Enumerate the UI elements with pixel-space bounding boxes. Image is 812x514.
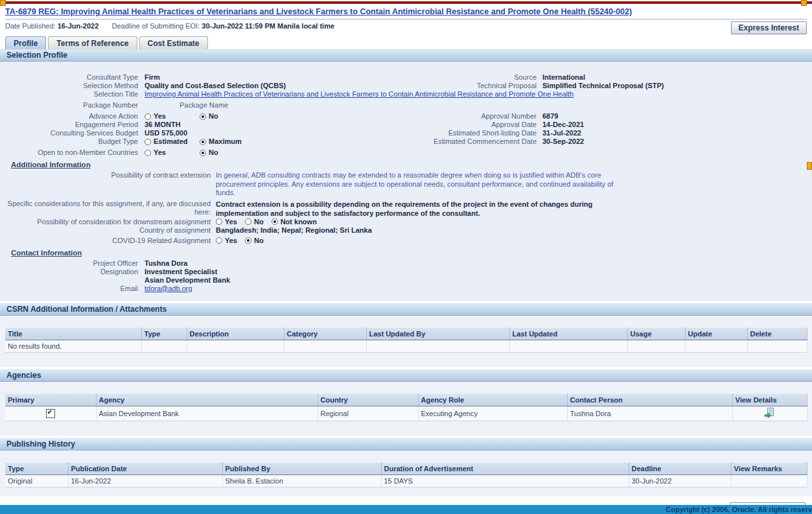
ph-duration-cell: 15 DAYS	[381, 474, 629, 487]
advance-action-radio-yes[interactable]: Yes	[145, 112, 200, 121]
field-approval-date: Approval Date 14-Dec-2021	[362, 121, 809, 129]
csrn-col-usage: Usage	[627, 327, 685, 340]
field-estimated-commencement-date: Estimated Commencement Date 30-Sep-2022	[362, 137, 809, 146]
tab-profile[interactable]: Profile	[5, 36, 46, 49]
field-source: Source International	[362, 73, 809, 82]
publishing-history-table: Type Publication Date Published By Durat…	[5, 462, 807, 487]
edge-marker-icon	[807, 162, 812, 170]
field-covid-related: COVID-19 Related Assignment Yes No	[0, 237, 812, 245]
covid-radio-yes[interactable]: Yes	[216, 237, 237, 245]
country-cell: Regional	[318, 406, 418, 421]
agencies-col-agency: Agency	[96, 393, 318, 406]
primary-checkbox[interactable]	[46, 409, 55, 418]
selection-profile-content: Consultant Type Firm Selection Method Qu…	[0, 62, 812, 301]
section-header-agencies: Agencies	[0, 369, 812, 382]
section-header-csrn-attachments: CSRN Additional Information / Attachment…	[0, 303, 812, 316]
field-contract-extension: Possibility of contract extension In gen…	[0, 171, 812, 198]
package-name-label: Package Name	[180, 101, 228, 110]
tab-bar: Profile Terms of Reference Cost Estimate	[5, 36, 812, 49]
agency-role-cell: Executing Agency	[418, 406, 567, 421]
selection-profile-right-column: Source International Technical Proposal …	[362, 73, 809, 146]
copyright-text: Copyright (c) 2006, Oracle. All rights r…	[666, 506, 812, 513]
csrn-col-last-updated-by: Last Updated By	[366, 327, 509, 340]
email-link[interactable]: tdora@adb.org	[145, 285, 192, 292]
radio-selected-icon	[200, 150, 206, 156]
csrn-table: Title Type Description Category Last Upd…	[5, 327, 807, 353]
agencies-table: Primary Agency Country Agency Role Conta…	[5, 393, 807, 421]
section-header-publishing-history: Publishing History	[0, 438, 812, 450]
date-row: Date Published: 16-Jun-2022 Deadline of …	[5, 19, 807, 30]
page-title-link[interactable]: TA-6879 REG: Improving Animal Health Pra…	[5, 7, 807, 19]
additional-information-link[interactable]: Additional Information	[11, 161, 91, 169]
agencies-col-view-details: View Details	[732, 393, 807, 406]
field-estimated-shortlisting-date: Estimated Short-listing Date 31-Jul-2022	[362, 129, 809, 137]
ph-col-published-by: Published By	[222, 462, 381, 474]
ph-col-duration: Duration of Advertisement	[381, 462, 629, 474]
radio-icon	[245, 218, 251, 225]
publishing-history-row: Original 16-Jun-2022 Sheila B. Estacion …	[5, 474, 807, 487]
ph-type-cell: Original	[5, 474, 68, 487]
field-designation: Designation Investment Specialist Asian …	[0, 268, 812, 285]
date-published-label: Date Published:	[5, 22, 56, 30]
csrn-col-title: Title	[5, 327, 141, 340]
csrn-col-description: Description	[187, 327, 284, 340]
section-header-selection-profile: Selection Profile	[0, 49, 812, 62]
open-non-member-radio-yes[interactable]: Yes	[145, 148, 200, 157]
agency-cell: Asian Development Bank	[96, 406, 318, 421]
contact-information-link[interactable]: Contact Information	[11, 249, 82, 257]
eoi-deadline-label: Deadline of Submitting EOI:	[111, 22, 200, 30]
covid-radio-no[interactable]: No	[245, 237, 264, 245]
ph-col-deadline: Deadline	[629, 462, 731, 474]
ph-col-view-remarks: View Remarks	[731, 462, 807, 474]
field-approval-number: Approval Number 6879	[362, 112, 809, 121]
advance-action-radio-no[interactable]: No	[200, 112, 255, 121]
csrn-col-delete: Delete	[747, 327, 807, 340]
field-open-to-non-member: Open to non-Member Countries Yes No	[0, 148, 812, 157]
ph-deadline-cell: 30-Jun-2022	[629, 474, 731, 487]
radio-icon	[216, 218, 222, 225]
date-published-value: 16-Jun-2022	[58, 22, 99, 30]
eoi-deadline-value: 30-Jun-2022 11:59 PM Manila local time	[202, 22, 334, 30]
downstream-radio-yes[interactable]: Yes	[216, 218, 237, 226]
radio-selected-icon	[245, 237, 251, 244]
csrn-col-type: Type	[141, 327, 187, 340]
radio-selected-icon	[272, 218, 278, 225]
ph-col-type: Type	[5, 462, 68, 474]
radio-selected-icon	[200, 113, 206, 120]
csrn-block: Title Type Description Category Last Upd…	[0, 316, 812, 367]
radio-icon	[145, 150, 151, 156]
radio-icon	[145, 139, 151, 145]
open-non-member-radio-no[interactable]: No	[200, 148, 255, 157]
agencies-table-row: Asian Development Bank Regional Executin…	[5, 406, 807, 421]
csrn-empty-text: No results found.	[5, 340, 141, 352]
ph-col-publication-date: Publication Date	[68, 462, 222, 474]
field-downstream-assignment: Possibility of consideration for downstr…	[0, 218, 812, 226]
radio-icon	[216, 237, 222, 244]
publishing-history-block: Type Publication Date Published By Durat…	[0, 450, 812, 496]
field-email: Email tdora@adb.org	[0, 285, 812, 293]
field-specific-considerations: Specific considerations for this assignm…	[0, 200, 812, 218]
view-details-icon[interactable]	[764, 408, 775, 418]
csrn-empty-row: No results found.	[5, 340, 807, 352]
tab-terms-of-reference[interactable]: Terms of Reference	[48, 36, 137, 49]
page-header: TA-6879 REG: Improving Animal Health Pra…	[0, 4, 812, 30]
express-interest-button-top[interactable]: Express Interest	[731, 21, 807, 34]
agencies-col-primary: Primary	[5, 393, 96, 406]
budget-type-radio-maximum[interactable]: Maximum	[200, 137, 255, 146]
csrn-col-category: Category	[284, 327, 366, 340]
field-technical-proposal: Technical Proposal Simplified Technical …	[362, 82, 809, 90]
budget-type-radio-estimated[interactable]: Estimated	[145, 137, 200, 146]
csrn-col-last-updated: Last Updated	[509, 327, 627, 340]
agencies-col-agency-role: Agency Role	[418, 393, 567, 406]
ph-publication-date-cell: 16-Jun-2022	[68, 474, 222, 487]
agencies-block: Primary Agency Country Agency Role Conta…	[0, 382, 812, 436]
ph-published-by-cell: Sheila B. Estacion	[222, 474, 381, 487]
field-country-of-assignment: Country of assignment Bangladesh; India;…	[0, 226, 812, 235]
agencies-col-country: Country	[318, 393, 418, 406]
agencies-col-contact-person: Contact Person	[567, 393, 732, 406]
tab-cost-estimate[interactable]: Cost Estimate	[139, 36, 208, 49]
contact-person-cell: Tushna Dora	[567, 406, 732, 421]
downstream-radio-not-known[interactable]: Not known	[272, 218, 317, 226]
downstream-radio-no[interactable]: No	[245, 218, 264, 226]
ph-view-remarks-cell	[731, 474, 807, 487]
